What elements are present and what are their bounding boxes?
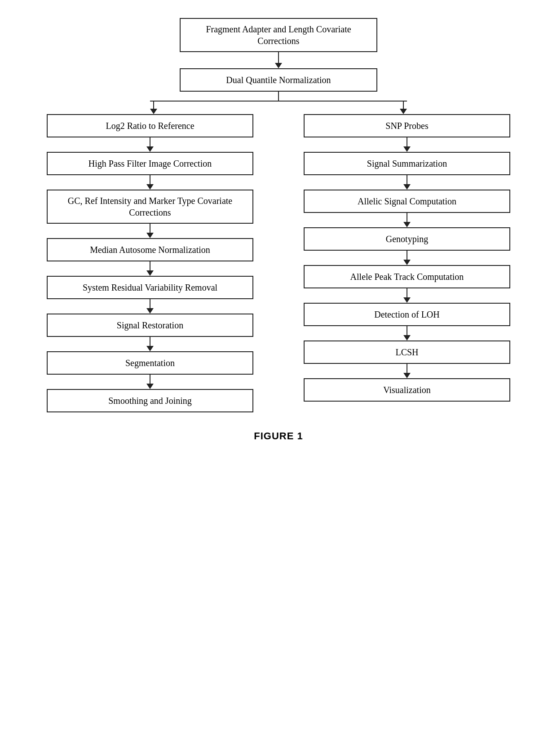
- box-signal-restoration: Signal Restoration: [47, 314, 253, 337]
- box-allele-peak: Allele Peak Track Computation: [304, 265, 510, 288]
- figure-label: FIGURE 1: [254, 430, 303, 442]
- arrow-left-3: [146, 224, 154, 238]
- arrow-right-5: [403, 288, 411, 303]
- box-segmentation: Segmentation: [47, 351, 253, 375]
- box-visualization: Visualization: [304, 378, 510, 402]
- left-column: Log2 Ratio to Reference High Pass Filter…: [31, 114, 269, 412]
- box-detection-loh: Detection of LOH: [304, 303, 510, 326]
- arrow-right-7: [403, 364, 411, 378]
- branch-left-arrow: [150, 101, 157, 114]
- branch-section: [31, 92, 526, 114]
- box-high-pass: High Pass Filter Image Correction: [47, 152, 253, 175]
- arrow-right-6: [403, 326, 411, 340]
- arrow-right-1: [403, 137, 411, 152]
- box-genotyping: Genotyping: [304, 227, 510, 251]
- split-row: Log2 Ratio to Reference High Pass Filter…: [31, 114, 526, 412]
- box-lcsh: LCSH: [304, 340, 510, 364]
- right-column: SNP Probes Signal Summarization Allelic …: [288, 114, 526, 402]
- box-dual-quantile: Dual Quantile Normalization: [180, 68, 377, 92]
- arrow-left-1: [146, 137, 154, 152]
- arrow-right-3: [403, 213, 411, 227]
- diagram-container: Fragment Adapter and Length Covariate Co…: [31, 18, 526, 412]
- box-log2-ratio: Log2 Ratio to Reference: [47, 114, 253, 137]
- box-fragment-adapter: Fragment Adapter and Length Covariate Co…: [180, 18, 377, 52]
- box-signal-summarization: Signal Summarization: [304, 152, 510, 175]
- box-smoothing: Smoothing and Joining: [47, 389, 253, 412]
- branch-arrows: [31, 92, 526, 114]
- arrow-1: [275, 52, 282, 68]
- arrow-left-6: [146, 337, 154, 351]
- box-system-residual: System Residual Variability Removal: [47, 276, 253, 299]
- arrow-left-7: [146, 375, 154, 389]
- branch-right-arrow: [400, 101, 407, 114]
- arrow-right-4: [403, 251, 411, 265]
- arrow-left-5: [146, 299, 154, 314]
- arrow-left-2: [146, 175, 154, 190]
- box-gc-ref: GC, Ref Intensity and Marker Type Covari…: [47, 190, 253, 224]
- box-snp-probes: SNP Probes: [304, 114, 510, 137]
- arrow-right-2: [403, 175, 411, 190]
- arrow-left-4: [146, 261, 154, 276]
- box-allelic-signal: Allelic Signal Computation: [304, 190, 510, 213]
- box-median-autosome: Median Autosome Normalization: [47, 238, 253, 261]
